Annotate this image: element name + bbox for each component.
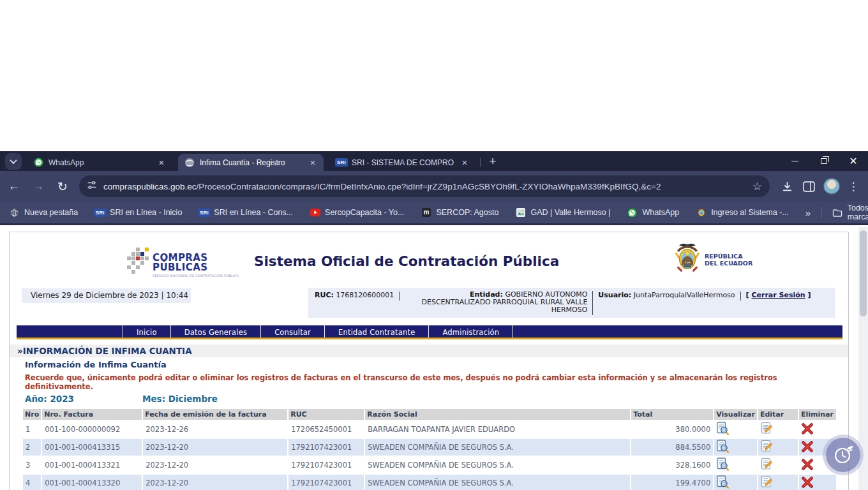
bookmark-item[interactable]: Nueva pestaña	[9, 207, 78, 218]
bookmark-item[interactable]: Ingreso al Sistema -...	[696, 207, 789, 218]
tab-search-button[interactable]	[5, 153, 22, 170]
sri-icon: SRi	[94, 207, 105, 218]
edit-invoice-button[interactable]	[761, 475, 773, 489]
logo-line2: PÚBLICAS	[153, 263, 239, 272]
view-invoice-button[interactable]	[717, 422, 729, 435]
usuario-label: Usuario:	[598, 291, 631, 299]
reload-button[interactable]: ↻	[52, 176, 73, 197]
subsection-title: Información de Infima Cuantía	[25, 360, 167, 369]
tab-infima-cuantia[interactable]: Infima Cuantía - Registro ×	[178, 154, 324, 171]
browser-menu-icon[interactable]: ⋮	[844, 180, 863, 193]
profile-avatar[interactable]	[823, 178, 840, 195]
tab-sri[interactable]: SRi SRI - SISTEMA DE COMPROBAN ×	[330, 154, 475, 171]
back-button[interactable]: ←	[4, 176, 24, 197]
column-header: Nro. Factura	[42, 409, 142, 420]
bookmark-item[interactable]: SRiSRI en Línea - Inicio	[94, 207, 182, 218]
side-panel-icon[interactable]	[798, 175, 819, 197]
entidad-name: GOBIERNO AUTONOMO DESCENTRALIZADO PARROQ…	[422, 290, 588, 314]
bookmark-item[interactable]: SRiSRI en Línea - Cons...	[198, 207, 293, 218]
nav-item-entidad-contratante[interactable]: Entidad Contratante	[324, 325, 428, 338]
table-row: 3001-001-0004133212023-12-20179210742300…	[23, 457, 836, 473]
page-title: Sistema Oficial de Contratación Pública	[254, 253, 559, 269]
cell-ruc: 1792107423001	[288, 457, 364, 473]
bookmark-label: SRI en Línea - Inicio	[110, 208, 182, 217]
view-invoice-button[interactable]	[717, 475, 729, 489]
new-tab-button[interactable]: +	[485, 154, 500, 170]
cell-total: 884.5500	[631, 439, 713, 456]
moodle-icon: m	[421, 207, 431, 218]
bookmark-label: SRI en Línea - Cons...	[214, 208, 293, 217]
edit-invoice-button[interactable]	[761, 457, 773, 471]
edit-invoice-button[interactable]	[761, 440, 773, 453]
bookmarks-separator	[821, 207, 822, 218]
nav-item-inicio[interactable]: Inicio	[123, 325, 170, 338]
cell-visualizar	[714, 457, 757, 473]
bookmark-item[interactable]: WhatsApp	[627, 207, 679, 218]
minimize-icon	[791, 161, 798, 161]
minimize-button[interactable]	[780, 151, 809, 171]
tab-whatsapp[interactable]: WhatsApp ×	[27, 154, 172, 171]
time-tracker-widget[interactable]	[826, 438, 860, 472]
view-invoice-button[interactable]	[717, 440, 729, 453]
cell-editar	[758, 439, 798, 456]
tab-strip: WhatsApp × Infima Cuantía - Registro × S…	[0, 151, 868, 171]
republic-label: REPÚBLICA DEL ECUADOR	[705, 253, 752, 267]
entidad-value: Entidad: GOBIERNO AUTONOMO DESCENTRALIZA…	[405, 291, 587, 314]
cell-fecha: 2023-12-20	[143, 475, 287, 490]
bookmark-star-icon[interactable]: ☆	[752, 180, 762, 193]
globe-icon	[184, 158, 195, 168]
browser-toolbar: ← → ↻ compraspublicas.gob.ec/ProcesoCont…	[0, 171, 868, 202]
cell-factura: 001-001-000413315	[42, 439, 142, 456]
nav-item-administración[interactable]: Administración	[428, 325, 513, 338]
usuario-name: JuntaParroquialValleHermoso	[634, 291, 735, 299]
delete-invoice-button[interactable]	[802, 477, 813, 488]
tab-title: Infima Cuantía - Registro	[200, 158, 302, 167]
browser-window: WhatsApp × Infima Cuantía - Registro × S…	[0, 151, 868, 490]
ruc-label: RUC:	[315, 291, 334, 299]
cell-eliminar	[799, 421, 836, 438]
downloads-icon[interactable]	[776, 175, 798, 197]
separator	[592, 291, 593, 315]
mosaic-logo-icon	[127, 248, 150, 276]
bookmark-item[interactable]: mSERCOP: Agosto	[421, 207, 498, 218]
cell-ruc: 1720652450001	[288, 421, 364, 438]
url-text[interactable]: compraspublicas.gob.ec/ProcesoContrataci…	[103, 182, 747, 191]
view-invoice-button[interactable]	[717, 457, 729, 471]
cell-editar	[758, 421, 798, 438]
close-tab-icon[interactable]: ×	[156, 157, 167, 168]
bookmark-item[interactable]: GAD | Valle Hermoso |	[515, 207, 610, 218]
desktop: WhatsApp × Infima Cuantía - Registro × S…	[0, 0, 868, 490]
cell-fecha: 2023-12-20	[143, 457, 287, 473]
all-bookmarks-button[interactable]: Todos los marcadores	[832, 204, 868, 221]
cell-visualizar	[714, 475, 757, 490]
site-settings-icon[interactable]	[87, 180, 97, 193]
delete-invoice-button[interactable]	[802, 423, 813, 434]
logout-link[interactable]: Cerrar Sesión	[751, 291, 805, 299]
column-header: Nro	[23, 409, 41, 420]
cell-visualizar	[714, 421, 757, 438]
column-header: Fecha de emisión de la factura	[143, 409, 287, 420]
compras-publicas-logo: COMPRAS PÚBLICAS SERVICIO NACIONAL DE CO…	[127, 248, 239, 278]
bookmarks-overflow-chevron[interactable]: »	[805, 207, 811, 218]
restore-button[interactable]	[809, 151, 839, 171]
address-bar[interactable]: compraspublicas.gob.ec/ProcesoContrataci…	[79, 175, 770, 197]
separator	[740, 292, 741, 301]
bookmark-label: SERCOP: Agosto	[436, 208, 498, 217]
forward-button[interactable]: →	[28, 176, 49, 197]
close-tab-icon[interactable]: ×	[459, 157, 470, 168]
delete-invoice-button[interactable]	[802, 441, 813, 452]
bookmark-label: SercopCapacita - Yo...	[325, 208, 404, 217]
edit-invoice-button[interactable]	[761, 422, 773, 435]
logo-tagline: SERVICIO NACIONAL DE CONTRATACIÓN PÚBLIC…	[153, 274, 239, 278]
cell-total: 199.4700	[631, 475, 713, 490]
nav-item-consultar[interactable]: Consultar	[260, 325, 324, 338]
close-tab-icon[interactable]: ×	[307, 157, 318, 168]
scrollbar-thumb[interactable]	[860, 230, 867, 316]
delete-invoice-button[interactable]	[802, 459, 813, 470]
close-window-button[interactable]: ✕	[839, 151, 868, 171]
main-nav: InicioDatos GeneralesConsultarEntidad Co…	[17, 325, 842, 339]
nav-item-datos-generales[interactable]: Datos Generales	[170, 325, 260, 338]
column-header: Total	[631, 409, 713, 420]
cell-razon: SWEADEN COMPAÑIA DE SEGUROS S.A.	[365, 475, 630, 490]
bookmark-item[interactable]: SercopCapacita - Yo...	[310, 207, 404, 218]
